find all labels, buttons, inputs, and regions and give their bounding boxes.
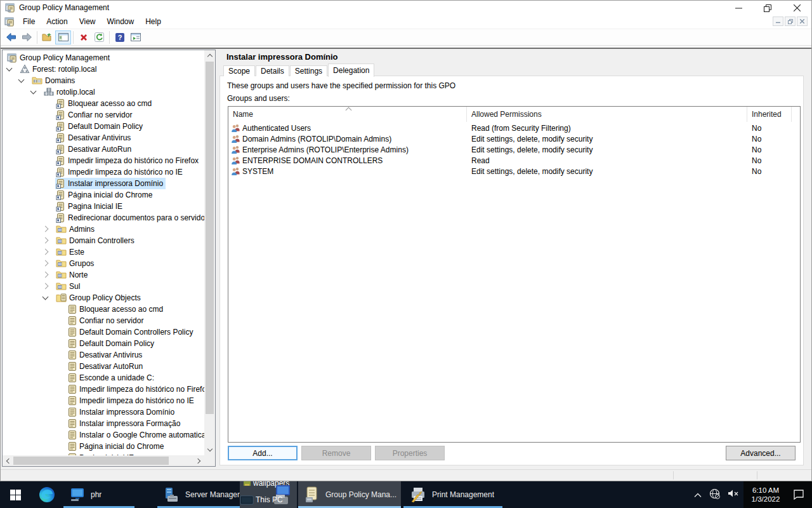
tree-item[interactable]: Impedir limpeza do histórico no IE: [3, 395, 204, 406]
tree-item[interactable]: Default Domain Policy: [3, 338, 204, 349]
tree-node[interactable]: Página inicial do Chrome: [55, 189, 155, 201]
tree-item[interactable]: Default Domain Controllers Policy: [3, 326, 204, 338]
tree-item[interactable]: Confiar no servidor: [3, 109, 204, 121]
tree-item[interactable]: Desativar Antivirus: [3, 132, 204, 144]
chevron-expanded-icon[interactable]: [30, 88, 37, 95]
back-arrow-button[interactable]: [3, 30, 19, 44]
tree-item[interactable]: Página inicial do Chrome: [3, 441, 204, 452]
tree-node[interactable]: Group Policy Management: [6, 52, 112, 64]
volume-muted-button[interactable]: [724, 489, 743, 500]
tree-node[interactable]: Desativar Antivirus: [55, 132, 133, 144]
start-button[interactable]: [0, 481, 30, 508]
wallpapers-folder-icon[interactable]: [244, 481, 251, 487]
tree-node[interactable]: Bloquear acesso ao cmd: [67, 304, 166, 315]
chevron-expanded-icon[interactable]: [43, 294, 49, 300]
tree-item[interactable]: Domains: [3, 75, 204, 86]
column-header-allowed-permissions[interactable]: Allowed Permissions: [467, 107, 747, 122]
taskbar-edge[interactable]: [32, 481, 62, 508]
taskbar-server-manager[interactable]: Server Manager: [157, 481, 240, 508]
tree-item[interactable]: Desativar AutoRun: [3, 361, 204, 372]
tree-node[interactable]: Domains: [31, 75, 77, 86]
chevron-up-button[interactable]: [690, 489, 705, 500]
tree-item[interactable]: Confiar no servidor: [3, 315, 204, 326]
tree-item[interactable]: Desativar Antivirus: [3, 349, 204, 361]
tree-node[interactable]: Confiar no servidor: [55, 109, 134, 121]
chevron-collapsed-icon[interactable]: [43, 226, 49, 232]
tree-node[interactable]: Impedir limpeza do histórico no Firefox: [55, 155, 201, 166]
tree-horizontal-scrollbar[interactable]: [3, 455, 204, 466]
tree-node[interactable]: Desativar AutoRun: [55, 144, 134, 155]
menu-window[interactable]: Window: [102, 16, 140, 27]
table-row[interactable]: Enterprise Admins (ROTOLIP\Enterprise Ad…: [228, 144, 800, 155]
tree-item[interactable]: Este: [3, 246, 204, 258]
chevron-expanded-icon[interactable]: [6, 65, 13, 72]
tree-node[interactable]: Instalar impressora Domínio: [55, 178, 166, 189]
tree-item[interactable]: Forest: rotolip.local: [3, 64, 204, 75]
tree-node[interactable]: Bloquear acesso ao cmd: [55, 98, 154, 109]
tree-node[interactable]: Default Domain Policy: [67, 338, 157, 349]
tree-node[interactable]: Instalar impressora Domínio: [67, 406, 177, 418]
title-bar[interactable]: Group Policy Management: [1, 1, 811, 15]
tree-node[interactable]: Domain Controllers: [55, 235, 137, 246]
mdi-minimize-button[interactable]: [773, 17, 783, 26]
tree-vertical-scrollbar[interactable]: [204, 50, 215, 455]
desktop-icon-label[interactable]: This PC: [256, 495, 283, 504]
tree-node[interactable]: Admins: [55, 224, 97, 235]
menu-action[interactable]: Action: [41, 16, 73, 27]
table-row[interactable]: SYSTEMEdit settings, delete, modify secu…: [228, 166, 800, 177]
chevron-collapsed-icon[interactable]: [43, 237, 49, 244]
table-row[interactable]: ENTERPRISE DOMAIN CONTROLLERSReadNo: [228, 155, 800, 166]
tree-item[interactable]: Redirecionar documentos para o servidor: [3, 212, 204, 224]
vertical-scroll-thumb[interactable]: [206, 62, 214, 414]
taskbar-phr[interactable]: phr: [63, 481, 134, 508]
tree-node[interactable]: Norte: [55, 269, 90, 281]
refresh-button[interactable]: [91, 30, 107, 44]
tree-node[interactable]: rotolip.local: [43, 86, 98, 98]
tree-item[interactable]: Sul: [3, 281, 204, 292]
tab-details[interactable]: Details: [256, 65, 289, 76]
this-pc-icon[interactable]: [240, 495, 254, 505]
tab-scope[interactable]: Scope: [223, 65, 255, 76]
tree-item[interactable]: Página inicial do Chrome: [3, 189, 204, 201]
advanced-button[interactable]: Advanced...: [726, 446, 796, 460]
tree-node[interactable]: Default Domain Controllers Policy: [67, 326, 195, 338]
scroll-left-arrow[interactable]: [3, 455, 13, 466]
mdi-close-button[interactable]: [797, 17, 808, 26]
tree-node[interactable]: Pagina Inicial IE: [55, 201, 125, 212]
restore-button[interactable]: [753, 1, 782, 15]
tree-item[interactable]: Norte: [3, 269, 204, 281]
chevron-collapsed-icon[interactable]: [43, 249, 49, 255]
action-center-icon[interactable]: [793, 490, 804, 500]
chevron-collapsed-icon[interactable]: [43, 272, 49, 278]
tree-node[interactable]: Este: [55, 246, 87, 258]
chevron-collapsed-icon[interactable]: [43, 283, 49, 290]
properties-button[interactable]: Properties: [375, 446, 445, 460]
chevron-expanded-icon[interactable]: [18, 77, 25, 83]
tree-item[interactable]: Group Policy Management: [3, 52, 204, 64]
horizontal-scroll-thumb[interactable]: [13, 457, 169, 465]
tree-node[interactable]: Desativar AutoRun: [67, 361, 145, 372]
tree-node[interactable]: Esconde a unidade C:: [67, 372, 157, 384]
new-window-button[interactable]: [128, 30, 143, 44]
tree-node[interactable]: Instalar impressora Formação: [67, 418, 183, 429]
tab-delegation[interactable]: Delegation: [328, 64, 374, 77]
add-button[interactable]: Add...: [228, 446, 298, 460]
tree-node[interactable]: Impedir limpeza do histórico no Firefo: [67, 384, 204, 395]
tree-item[interactable]: Impedir limpeza do histórico no Firefo: [3, 384, 204, 395]
tree-node[interactable]: Redirecionar documentos para o servidor: [55, 212, 204, 224]
scroll-down-arrow[interactable]: [204, 444, 215, 455]
tree-item[interactable]: Impedir limpeza do histórico no IE: [3, 166, 204, 178]
menu-view[interactable]: View: [74, 16, 102, 27]
tree-node[interactable]: Confiar no servidor: [67, 315, 146, 326]
scroll-right-arrow[interactable]: [193, 455, 204, 466]
tree-node[interactable]: Group Policy Objects: [55, 292, 143, 304]
mdi-restore-button[interactable]: [785, 17, 796, 26]
remove-button[interactable]: Remove: [301, 446, 371, 460]
menu-help[interactable]: Help: [140, 16, 167, 27]
minimize-button[interactable]: [724, 1, 753, 15]
menu-file[interactable]: File: [17, 16, 41, 27]
tree-node[interactable]: Página inicial do Chrome: [67, 441, 166, 452]
tree-item[interactable]: Instalar o Google Chrome automatica: [3, 429, 204, 441]
tree-item[interactable]: Impedir limpeza do histórico no Firefox: [3, 155, 204, 166]
forward-arrow-button[interactable]: [19, 30, 35, 44]
